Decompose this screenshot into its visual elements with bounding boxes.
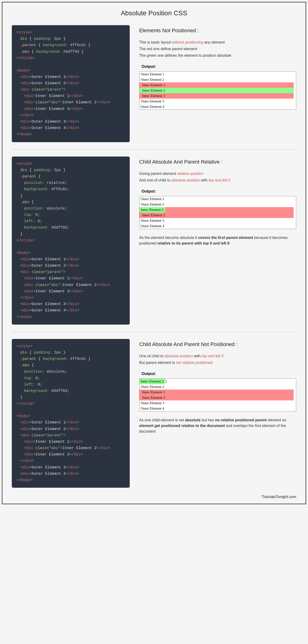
desc-line: The green one defines the element to pos…: [139, 53, 296, 58]
output-row: Outer Element 3: [139, 400, 296, 406]
page: Absolute Position CSS <style> div { padd…: [2, 2, 306, 504]
output-row-red: Inner Element 3: [139, 395, 294, 400]
output-box-1: Outer Element 1 Outer Element 2 Inner El…: [139, 71, 296, 110]
output-row: Outer Element 2: [139, 384, 296, 390]
output-row: Outer Element 2: [139, 77, 296, 82]
section-2: <style> div { padding: 5px } .parent { p…: [12, 156, 296, 324]
output-row: Outer Element 4: [139, 224, 296, 229]
output-row: Outer Element 4: [139, 104, 296, 110]
output-row-green: Inner Element 2: [139, 88, 294, 93]
output-row-green: Inner Element 2: [139, 379, 165, 384]
output-row-red: Inner Element 3: [139, 212, 294, 218]
after-note: As the element become absolute it covers…: [139, 235, 296, 246]
output-row: Outer Element 2: [139, 202, 296, 207]
explain-1: Elements Not Positioned : This is basic …: [139, 25, 296, 142]
desc-line: This is basic layout without positioning…: [139, 40, 296, 45]
explain-3: Child Absolute And Parent Not Positioned…: [139, 339, 296, 488]
output-row-red: Inner Element 1: [139, 390, 294, 395]
output-label: Output:: [141, 189, 296, 194]
code-block-1: <style> div { padding: 5px } .parent { b…: [12, 25, 130, 142]
output-box-2: Outer Element 1 Outer Element 2 Inner El…: [139, 196, 296, 229]
divider: [12, 149, 296, 150]
section-3: <style> div { padding: 5px } .parent { b…: [12, 339, 296, 488]
output-label: Output:: [141, 64, 296, 69]
section-1-heading: Elements Not Positioned :: [139, 28, 296, 34]
section-2-heading: Child Absolute And Parent Relative :: [139, 159, 296, 165]
explain-2: Child Absolute And Parent Relative : Giv…: [139, 156, 296, 324]
output-row-red: Inner Element 1: [139, 82, 294, 88]
output-row: Outer Element 4: [139, 406, 296, 411]
after-note: As one child element is set absolute but…: [139, 417, 296, 434]
divider: [12, 332, 296, 332]
output-row-green: Inner Element 2: [139, 207, 165, 212]
desc-line: But parent element is not relative posit…: [139, 360, 296, 366]
code-block-2: <style> div { padding: 5px } .parent { p…: [12, 156, 130, 324]
output-box-3: Inner Element 2 1 Outer Element 2 Inner …: [139, 378, 296, 412]
output-row: Outer Element 3: [139, 98, 296, 104]
desc-line: And one of child to absolute position wi…: [139, 178, 296, 183]
code-block-3: <style> div { padding: 5px } .parent { b…: [12, 339, 130, 488]
section-1: <style> div { padding: 5px } .parent { b…: [12, 25, 296, 142]
output-row: Outer Element 3: [139, 218, 296, 224]
output-row-red: Inner Element 3: [139, 93, 294, 98]
page-title: Absolute Position CSS: [12, 10, 296, 17]
desc-line: Giving parent element relative position: [139, 171, 296, 176]
output-row: Outer Element 1: [139, 72, 296, 77]
output-label: Output:: [141, 372, 296, 376]
section-3-heading: Child Absolute And Parent Not Positioned…: [139, 341, 296, 348]
desc-line: The red one define parent element: [139, 46, 296, 52]
desc-line: One of child to absolute position with t…: [139, 353, 296, 359]
output-row: Outer Element 1: [139, 196, 296, 202]
footer: TutorialsTonight.com: [12, 495, 296, 499]
